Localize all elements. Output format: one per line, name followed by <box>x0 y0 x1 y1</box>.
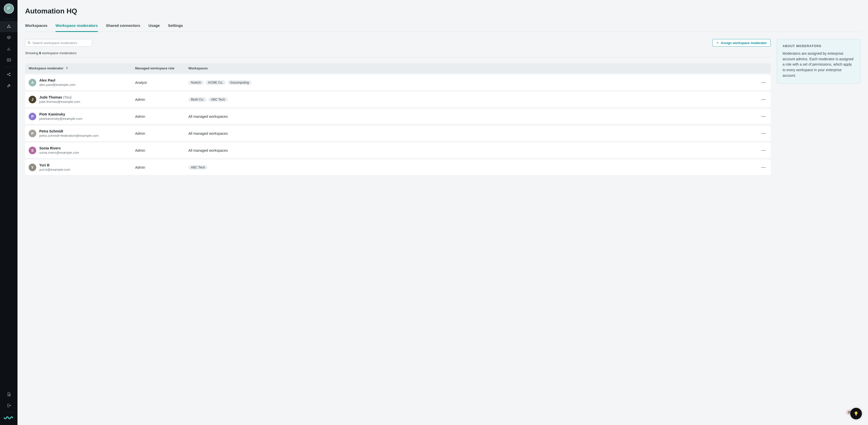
tab-settings[interactable]: Settings <box>168 21 183 32</box>
svg-point-22 <box>762 167 763 168</box>
svg-point-10 <box>762 99 763 100</box>
moderator-name: Alex Paul <box>39 78 75 82</box>
nav-analytics[interactable] <box>0 43 18 55</box>
moderator-role: Analyst <box>135 80 188 85</box>
workspace-tag: ABC Tech <box>188 165 207 170</box>
moderator-rows: AAlex Paulalex.paul@example.comAnalystNu… <box>25 75 771 175</box>
moderator-name: Piotr Kaminsky <box>39 112 83 116</box>
user-avatar[interactable]: P <box>4 4 14 14</box>
svg-point-4 <box>9 73 10 74</box>
svg-point-12 <box>765 99 766 100</box>
svg-point-3 <box>7 74 8 75</box>
help-fab[interactable] <box>850 408 862 419</box>
svg-point-21 <box>765 150 766 151</box>
moderator-name: Petra Schmidt <box>39 129 99 133</box>
tab-workspaces[interactable]: Workspaces <box>25 21 48 32</box>
moderator-name: Jude Thomas (You) <box>39 95 80 99</box>
tab-shared-connectors[interactable]: Shared connectors <box>106 21 141 32</box>
row-actions-button[interactable] <box>760 164 767 171</box>
table-row[interactable]: SSonia Riverssonia.rivers@example.comAdm… <box>25 142 771 158</box>
nav-layers[interactable] <box>0 32 18 43</box>
row-actions-button[interactable] <box>760 113 767 120</box>
workspace-tag: ABC Tech <box>208 97 227 102</box>
wrench-icon <box>7 83 11 88</box>
assign-moderator-button[interactable]: Assign workspace moderator <box>712 39 771 46</box>
table-row[interactable]: PPiotr Kaminskypiotrkaminsky@example.com… <box>25 109 771 124</box>
avatar: A <box>29 79 36 86</box>
svg-point-19 <box>762 150 763 151</box>
svg-point-24 <box>765 167 766 168</box>
lightbulb-icon <box>853 411 859 416</box>
column-header-moderator[interactable]: Workspace moderator <box>29 66 135 70</box>
svg-point-13 <box>762 116 763 117</box>
moderator-workspaces: All managed workspaces <box>188 131 752 135</box>
more-icon <box>761 133 766 134</box>
moderator-workspaces: All managed workspaces <box>188 115 752 119</box>
row-actions-button[interactable] <box>760 79 767 86</box>
svg-point-5 <box>9 75 10 76</box>
svg-point-14 <box>763 116 764 117</box>
tab-usage[interactable]: Usage <box>148 21 160 32</box>
tab-workspace-moderators[interactable]: Workspace moderators <box>56 21 98 32</box>
moderator-email: sonia.rivers@example.com <box>39 151 79 155</box>
svg-point-17 <box>763 133 764 134</box>
avatar: S <box>29 146 36 154</box>
main-content: Automation HQ WorkspacesWorkspace modera… <box>18 0 868 425</box>
svg-point-2 <box>10 27 10 28</box>
search-input-container[interactable] <box>25 39 92 46</box>
svg-point-11 <box>763 99 764 100</box>
logout-icon <box>7 403 11 408</box>
sort-ascending-icon <box>65 67 68 70</box>
moderator-role: Admin <box>135 149 188 153</box>
row-actions-button[interactable] <box>760 147 767 154</box>
svg-point-1 <box>7 27 8 28</box>
nav-logout[interactable] <box>0 400 18 411</box>
plus-icon <box>716 41 719 44</box>
showing-count: Showing 6 workspace moderators <box>25 51 771 58</box>
moderator-name: Yuri B <box>39 163 70 167</box>
layers-icon <box>7 35 11 40</box>
row-actions-button[interactable] <box>760 96 767 103</box>
column-header-workspaces[interactable]: Workspaces <box>188 66 752 70</box>
hub-icon <box>7 24 11 29</box>
page-title: Automation HQ <box>25 7 860 15</box>
moderator-email: yuri.b@example.com <box>39 168 70 171</box>
nav-docs[interactable] <box>0 55 18 66</box>
table-row[interactable]: AAlex Paulalex.paul@example.comAnalystNu… <box>25 75 771 90</box>
column-header-role[interactable]: Managed workspace role <box>135 66 188 70</box>
nav-automation-hq[interactable] <box>0 21 18 32</box>
more-icon <box>761 116 766 117</box>
moderator-workspaces: ABC Tech <box>188 165 752 170</box>
svg-rect-25 <box>855 415 857 416</box>
moderator-email: jude.thomas@example.com <box>39 100 80 104</box>
moderator-email: petra.schmidt+federation@example.com <box>39 134 99 137</box>
moderator-email: piotrkaminsky@example.com <box>39 117 83 121</box>
moderator-workspaces: NutechACME Co.Gocomputing <box>188 80 752 85</box>
tabs: WorkspacesWorkspace moderatorsShared con… <box>25 21 860 32</box>
row-actions-button[interactable] <box>760 130 767 137</box>
nav-share[interactable] <box>0 69 18 80</box>
moderator-role: Admin <box>135 115 188 119</box>
avatar: Y <box>29 164 36 171</box>
workspace-tag: ACME Co. <box>206 80 226 85</box>
share-icon <box>7 72 11 77</box>
moderator-name: Sonia Rivers <box>39 146 79 150</box>
table-row[interactable]: PPetra Schmidtpetra.schmidt+federation@e… <box>25 126 771 141</box>
more-icon <box>761 82 766 83</box>
nav-tools[interactable] <box>0 80 18 91</box>
moderator-role: Admin <box>135 98 188 102</box>
svg-point-18 <box>765 133 766 134</box>
nav-export[interactable] <box>0 389 18 400</box>
avatar: P <box>29 130 36 137</box>
bar-chart-icon <box>7 46 11 51</box>
more-icon <box>761 150 766 151</box>
table-row[interactable]: JJude Thomas (You)jude.thomas@example.co… <box>25 92 771 107</box>
table-row[interactable]: YYuri Byuri.b@example.comAdminABC Tech <box>25 160 771 175</box>
search-input[interactable] <box>32 41 90 45</box>
about-moderators-title: ABOUT MODERATORS <box>782 44 855 48</box>
svg-point-8 <box>763 82 764 83</box>
table-header: Workspace moderator Managed workspace ro… <box>25 63 771 73</box>
about-moderators-card: ABOUT MODERATORS Moderators are assigned… <box>777 39 860 84</box>
sidebar: P <box>0 0 18 425</box>
workspace-tag: Bluth Co. <box>188 97 206 102</box>
